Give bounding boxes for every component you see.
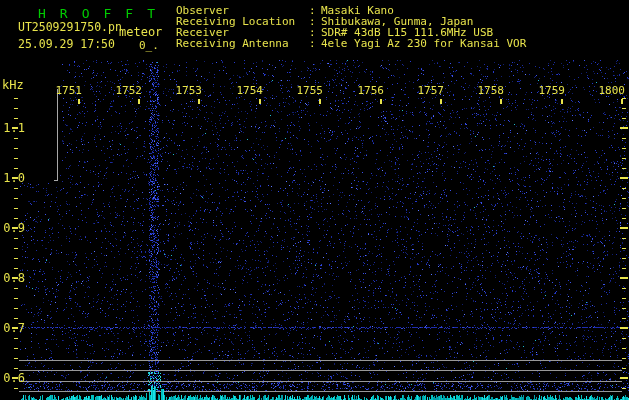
app-title: HROFFT bbox=[38, 6, 169, 21]
mode-label: meteor bbox=[119, 25, 162, 39]
echo-counter: 0_. bbox=[139, 39, 159, 52]
info-value: 4ele Yagi Az 230 for Kansai VOR bbox=[321, 37, 526, 50]
time-tick-label: 1752 bbox=[102, 84, 142, 97]
time-tick-label: 1756 bbox=[344, 84, 384, 97]
spectrogram-canvas bbox=[0, 0, 629, 400]
time-tick-label: 1800 bbox=[585, 84, 625, 97]
time-tick-label: 1755 bbox=[283, 84, 323, 97]
observation-datetime: 25.09.29 17:50 bbox=[18, 37, 115, 51]
freq-tick-label: 0.6 bbox=[0, 371, 25, 385]
time-tick-label: 1753 bbox=[162, 84, 202, 97]
freq-tick-label: 0.9 bbox=[0, 221, 25, 235]
info-row-observer: Observer : Masaki Kano bbox=[176, 4, 628, 15]
freq-tick-label: 1.1 bbox=[0, 121, 25, 135]
time-tick-label: 1757 bbox=[404, 84, 444, 97]
time-tick-label: 1759 bbox=[525, 84, 565, 97]
info-row-location: Receiving Location : Shibukawa, Gunma, J… bbox=[176, 15, 628, 26]
info-label: Receiving Antenna bbox=[176, 37, 289, 50]
hrofft-screen: HROFFT UT2509291750.pn meteor 25.09.29 1… bbox=[0, 0, 629, 400]
freq-axis-unit: kHz bbox=[2, 78, 24, 92]
time-tick-label: 1754 bbox=[223, 84, 263, 97]
output-filename: UT2509291750.pn bbox=[18, 20, 122, 34]
freq-tick-label: 0.8 bbox=[0, 271, 25, 285]
freq-tick-label: 1.0 bbox=[0, 171, 25, 185]
info-colon: : bbox=[309, 37, 316, 50]
info-row-antenna: Receiving Antenna : 4ele Yagi Az 230 for… bbox=[176, 37, 628, 48]
time-tick-label: 1751 bbox=[42, 84, 82, 97]
freq-tick-label: 0.7 bbox=[0, 321, 25, 335]
time-tick-label: 1758 bbox=[464, 84, 504, 97]
info-row-receiver: Receiver : SDR# 43dB L15 111.6MHz USB bbox=[176, 26, 628, 37]
